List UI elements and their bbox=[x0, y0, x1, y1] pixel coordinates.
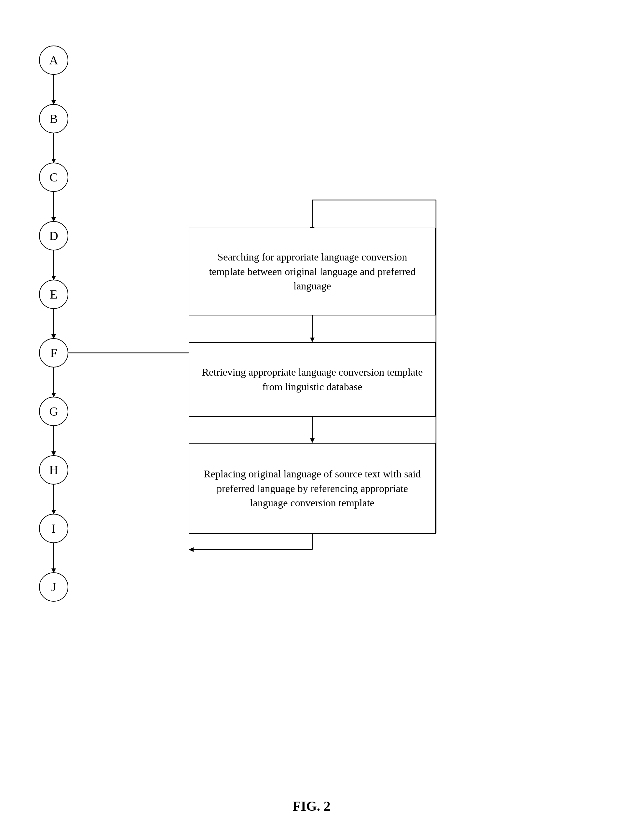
node-H: H bbox=[39, 455, 68, 484]
box-searching: Searching for approriate language conver… bbox=[189, 228, 436, 316]
box-replacing: Replacing original language of source te… bbox=[189, 443, 436, 534]
svg-marker-24 bbox=[310, 337, 315, 342]
node-I: I bbox=[39, 514, 68, 543]
node-C: C bbox=[39, 162, 68, 192]
box-retrieving: Retrieving appropriate language conversi… bbox=[189, 342, 436, 417]
node-B: B bbox=[39, 104, 68, 133]
node-G: G bbox=[39, 397, 68, 426]
node-E: E bbox=[39, 280, 68, 309]
node-D: D bbox=[39, 221, 68, 250]
svg-marker-29 bbox=[189, 547, 193, 552]
node-A: A bbox=[39, 46, 68, 75]
figure-caption: FIG. 2 bbox=[0, 799, 623, 814]
node-J: J bbox=[39, 572, 68, 602]
svg-marker-26 bbox=[310, 438, 315, 443]
node-F: F bbox=[39, 338, 68, 368]
diagram-container: A B C D E F G H I J Searching for appror… bbox=[0, 20, 623, 800]
